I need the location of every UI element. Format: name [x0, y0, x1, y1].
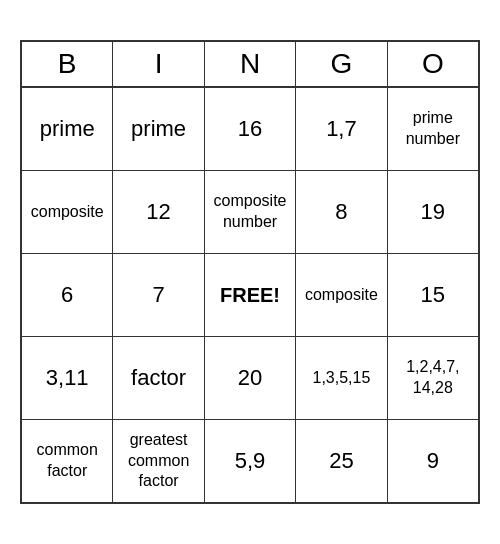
bingo-cell: 1,3,5,15: [296, 337, 387, 419]
bingo-cell: 8: [296, 171, 387, 253]
bingo-cell: 19: [388, 171, 478, 253]
bingo-row: 3,11factor201,3,5,151,2,4,7, 14,28: [22, 337, 478, 420]
bingo-row: 67FREE!composite15: [22, 254, 478, 337]
header-letter: N: [205, 42, 296, 86]
bingo-card: BINGO primeprime161,7prime numbercomposi…: [20, 40, 480, 504]
bingo-row: common factorgreatest common factor5,925…: [22, 420, 478, 502]
bingo-cell: common factor: [22, 420, 113, 502]
bingo-cell: 3,11: [22, 337, 113, 419]
bingo-cell: FREE!: [205, 254, 296, 336]
bingo-cell: 9: [388, 420, 478, 502]
bingo-cell: factor: [113, 337, 204, 419]
bingo-cell: 15: [388, 254, 478, 336]
header-letter: B: [22, 42, 113, 86]
bingo-row: composite12composite number819: [22, 171, 478, 254]
bingo-cell: 1,2,4,7, 14,28: [388, 337, 478, 419]
bingo-cell: composite number: [205, 171, 296, 253]
bingo-cell: prime: [22, 88, 113, 170]
header-letter: O: [388, 42, 478, 86]
bingo-cell: 6: [22, 254, 113, 336]
bingo-cell: composite: [296, 254, 387, 336]
header-letter: I: [113, 42, 204, 86]
bingo-header: BINGO: [22, 42, 478, 88]
bingo-cell: greatest common factor: [113, 420, 204, 502]
bingo-cell: 25: [296, 420, 387, 502]
bingo-cell: prime number: [388, 88, 478, 170]
bingo-grid: primeprime161,7prime numbercomposite12co…: [22, 88, 478, 502]
bingo-cell: 1,7: [296, 88, 387, 170]
bingo-cell: prime: [113, 88, 204, 170]
bingo-cell: 5,9: [205, 420, 296, 502]
bingo-cell: 7: [113, 254, 204, 336]
bingo-cell: 12: [113, 171, 204, 253]
bingo-row: primeprime161,7prime number: [22, 88, 478, 171]
bingo-cell: 16: [205, 88, 296, 170]
header-letter: G: [296, 42, 387, 86]
bingo-cell: 20: [205, 337, 296, 419]
bingo-cell: composite: [22, 171, 113, 253]
